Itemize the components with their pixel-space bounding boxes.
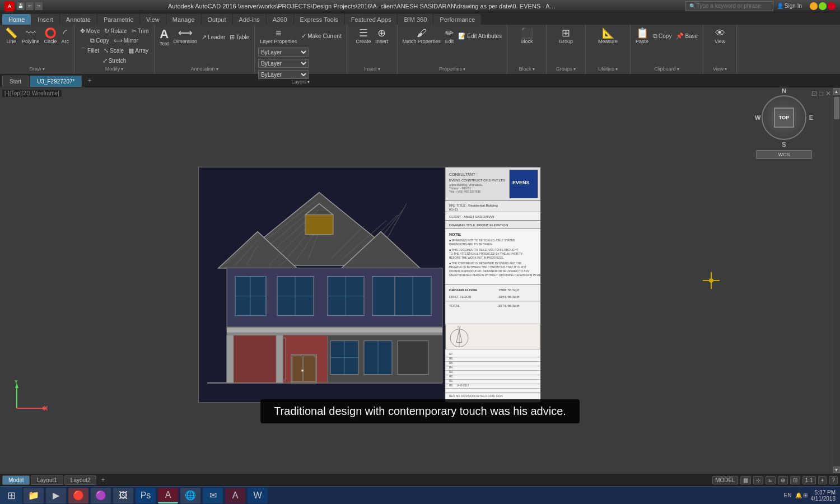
- tab-performance[interactable]: Performance: [433, 14, 481, 25]
- tab-parametric[interactable]: Parametric: [97, 14, 139, 25]
- tab-output[interactable]: Output: [202, 14, 232, 25]
- stretch-button[interactable]: ⤢ Stretch: [101, 57, 128, 65]
- match-properties-button[interactable]: 🖌Match Properties: [401, 27, 442, 45]
- taskbar-app-folder[interactable]: 📁: [24, 488, 44, 503]
- block-button[interactable]: ⬛Block: [519, 27, 535, 45]
- leader-button[interactable]: ↗ Leader: [200, 27, 227, 48]
- grid-button[interactable]: ▦: [740, 476, 751, 484]
- search-input[interactable]: [697, 3, 769, 9]
- make-current-button[interactable]: ✓ Make Current: [300, 27, 343, 45]
- fillet-button[interactable]: ⌒ Fillet: [78, 46, 101, 55]
- taskbar-app-media[interactable]: ▶: [46, 488, 66, 503]
- tab-view[interactable]: View: [140, 14, 166, 25]
- layout2-tab[interactable]: Layout2: [64, 475, 97, 485]
- tab-addins[interactable]: Add-ins: [233, 14, 266, 25]
- taskbar-app-autocad[interactable]: A: [158, 488, 178, 503]
- tab-annotate[interactable]: Annotate: [60, 14, 97, 25]
- zoom-button[interactable]: +: [818, 476, 827, 484]
- line-button[interactable]: 📏Line: [3, 27, 19, 45]
- view-group-label[interactable]: View▾: [713, 66, 727, 72]
- model-indicator[interactable]: MODEL: [712, 476, 738, 484]
- measure-button[interactable]: 📐Measure: [596, 27, 619, 45]
- quick-access-redo[interactable]: ↪: [35, 2, 43, 10]
- help-button[interactable]: ?: [829, 476, 838, 484]
- arc-button[interactable]: ◜Arc: [60, 27, 71, 45]
- utilities-group-label[interactable]: Utilities▾: [598, 66, 618, 72]
- copy-clipboard-button[interactable]: ⧉ Copy: [651, 27, 673, 45]
- polyline-button[interactable]: 〰Polyline: [20, 27, 41, 45]
- table-button[interactable]: ⊞ Table: [228, 27, 251, 48]
- sign-in-button[interactable]: 👤Sign In: [777, 3, 802, 9]
- group-button[interactable]: ⊞Group: [557, 27, 575, 45]
- block-group-label[interactable]: Block▾: [519, 66, 535, 72]
- start-button[interactable]: ⊞: [0, 487, 22, 505]
- taskbar-app-2[interactable]: 🟣: [91, 488, 111, 503]
- layout-add[interactable]: +: [97, 475, 108, 485]
- doc-tab-drawing[interactable]: U3_F2927207*: [30, 76, 82, 87]
- tab-home[interactable]: Home: [2, 14, 31, 25]
- move-button[interactable]: ✥ Move: [78, 27, 101, 35]
- scale-indicator[interactable]: 1:1: [802, 476, 816, 484]
- scroll-down-button[interactable]: ▼: [833, 466, 840, 473]
- language-indicator[interactable]: EN: [784, 492, 792, 498]
- maximize-button[interactable]: [819, 2, 827, 10]
- polar-button[interactable]: ⊕: [778, 476, 788, 484]
- viewport-close[interactable]: ✕: [825, 90, 831, 97]
- array-button[interactable]: ▦ Array: [127, 46, 150, 55]
- quick-access-undo[interactable]: ↩: [26, 2, 34, 10]
- dimension-button[interactable]: ⟷Dimension: [172, 27, 199, 48]
- layout1-tab[interactable]: Layout1: [31, 475, 63, 485]
- tab-insert[interactable]: Insert: [31, 14, 59, 25]
- scale-button[interactable]: ⤡ Scale: [102, 46, 125, 55]
- taskbar-app-outlook[interactable]: ✉: [203, 488, 223, 503]
- taskbar-app-chrome[interactable]: 🌐: [180, 488, 200, 503]
- minimize-button[interactable]: [810, 2, 818, 10]
- taskbar-app-ps[interactable]: Ps: [136, 488, 156, 503]
- model-tab[interactable]: Model: [2, 475, 30, 485]
- mirror-button[interactable]: ⟺ Mirror: [112, 36, 140, 45]
- doc-tab-add[interactable]: +: [83, 74, 96, 87]
- rotate-button[interactable]: ↻ Rotate: [102, 27, 128, 35]
- properties-group-label[interactable]: Properties▾: [439, 66, 465, 72]
- view-button[interactable]: 👁View: [713, 27, 727, 45]
- doc-tab-start[interactable]: Start: [2, 76, 29, 87]
- viewport-max[interactable]: □: [819, 90, 823, 97]
- snap-button[interactable]: ⊹: [753, 476, 763, 484]
- compass-center[interactable]: TOP: [774, 108, 794, 128]
- scroll-thumb[interactable]: [834, 97, 839, 119]
- quick-access-save[interactable]: 💾: [17, 2, 25, 10]
- tab-a360[interactable]: A360: [267, 14, 293, 25]
- layers-group-label[interactable]: Layers▾: [291, 79, 310, 85]
- tab-bim360[interactable]: BIM 360: [398, 14, 433, 25]
- taskbar-app-1[interactable]: 🔴: [68, 488, 88, 503]
- osnap-button[interactable]: ⊡: [790, 476, 800, 484]
- ortho-button[interactable]: ⊾: [766, 476, 776, 484]
- layer-properties-button[interactable]: ≡Layer Properties: [258, 27, 298, 45]
- close-button[interactable]: [828, 2, 836, 10]
- draw-group-label[interactable]: Draw▾: [30, 66, 45, 72]
- taskbar-app-photo[interactable]: 🖼: [113, 488, 133, 503]
- linetype-select[interactable]: ByLayer: [258, 70, 309, 79]
- layer-select[interactable]: ByLayer: [258, 48, 309, 57]
- compass-wcs[interactable]: WCS: [756, 150, 812, 159]
- paste-button[interactable]: 📋Paste: [634, 27, 650, 45]
- copy-button[interactable]: ⧉ Copy: [88, 36, 110, 45]
- create-button[interactable]: ☰Create: [354, 27, 373, 45]
- taskbar-app-word[interactable]: W: [248, 488, 268, 503]
- taskbar-app-acrobat[interactable]: A: [225, 488, 245, 503]
- tab-manage[interactable]: Manage: [166, 14, 201, 25]
- tab-express-tools[interactable]: Express Tools: [294, 14, 344, 25]
- right-scrollbar[interactable]: ▲ ▼: [832, 87, 840, 474]
- groups-group-label[interactable]: Groups▾: [556, 66, 576, 72]
- edit-attributes-button[interactable]: 📝 Edit Attributes: [456, 27, 503, 45]
- base-button[interactable]: 📌 Base: [674, 27, 699, 45]
- clipboard-group-label[interactable]: Clipboard▾: [654, 66, 679, 72]
- edit-button[interactable]: ✏Edit: [444, 27, 456, 45]
- insert-group-label[interactable]: Insert▾: [364, 66, 380, 72]
- tab-featured-apps[interactable]: Featured Apps: [345, 14, 398, 25]
- text-button[interactable]: AText: [158, 27, 171, 48]
- scroll-up-button[interactable]: ▲: [833, 88, 840, 95]
- insert-button[interactable]: ⊕Insert: [374, 27, 390, 45]
- viewport-restore[interactable]: ⊡: [811, 90, 817, 97]
- color-select[interactable]: ByLayer: [258, 59, 309, 68]
